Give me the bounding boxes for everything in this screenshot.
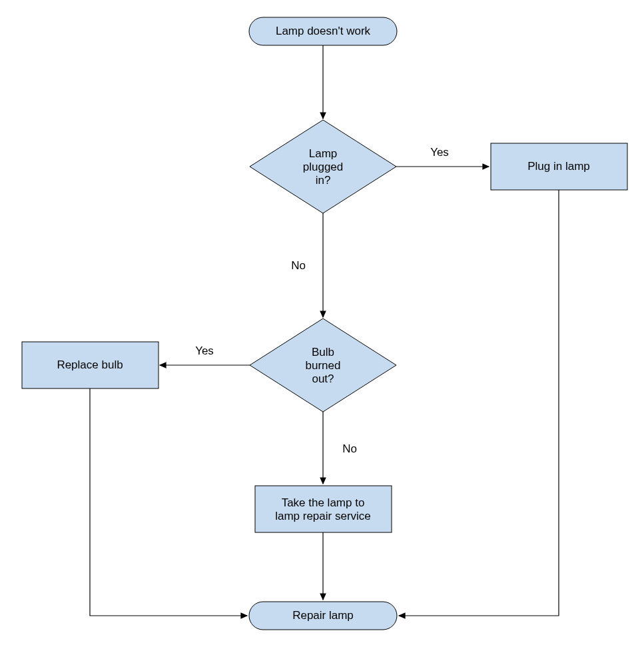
node-plugged-line1: Lamp xyxy=(309,147,338,160)
node-repair-service-line2: lamp repair service xyxy=(275,510,371,522)
label-burned-yes: Yes xyxy=(195,344,214,357)
label-burned-no: No xyxy=(342,442,357,455)
node-start: Lamp doesn't work xyxy=(249,17,397,45)
label-plugged-no: No xyxy=(291,259,306,272)
node-plugin-label: Plug in lamp xyxy=(527,160,590,173)
node-end: Repair lamp xyxy=(249,602,397,630)
node-repair-service-line1: Take the lamp to xyxy=(282,496,365,509)
node-burned-line2: burned xyxy=(306,359,341,372)
node-replace-label: Replace bulb xyxy=(57,358,123,371)
node-burned: Bulb burned out? xyxy=(250,319,396,412)
node-burned-line3: out? xyxy=(312,372,334,385)
node-repair-service: Take the lamp to lamp repair service xyxy=(255,486,392,532)
edge-replace-end xyxy=(90,388,247,616)
node-end-label: Repair lamp xyxy=(292,609,354,622)
node-plugin: Plug in lamp xyxy=(491,143,627,190)
node-plugged-line2: plugged xyxy=(303,161,344,173)
edge-plugin-end xyxy=(399,190,559,616)
flowchart-canvas: Lamp doesn't work Lamp plugged in? Yes P… xyxy=(0,0,644,665)
node-replace: Replace bulb xyxy=(22,342,159,388)
node-start-label: Lamp doesn't work xyxy=(276,25,371,37)
node-plugged: Lamp plugged in? xyxy=(250,120,396,213)
node-plugged-line3: in? xyxy=(316,174,331,187)
node-burned-line1: Bulb xyxy=(312,346,334,358)
label-plugged-yes: Yes xyxy=(430,146,449,159)
